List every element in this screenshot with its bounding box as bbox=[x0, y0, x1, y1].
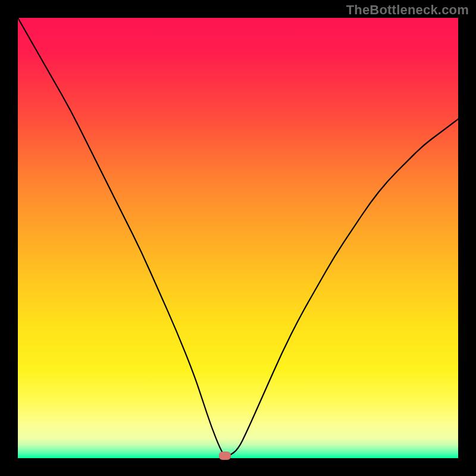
curve-path bbox=[18, 18, 458, 456]
watermark-text: TheBottleneck.com bbox=[346, 2, 469, 18]
bottleneck-curve bbox=[18, 18, 458, 458]
optimal-point-marker bbox=[219, 452, 231, 460]
plot-area bbox=[18, 18, 458, 458]
